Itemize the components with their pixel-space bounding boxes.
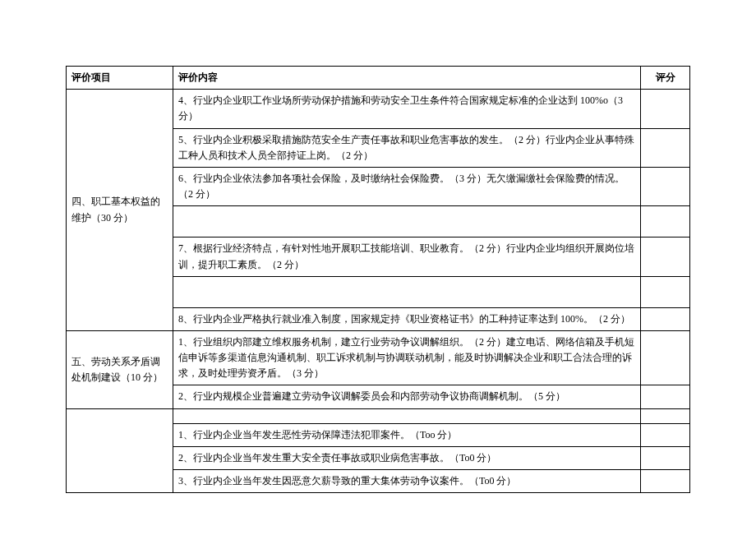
header-content: 评价内容 xyxy=(173,67,641,90)
content-cell: 3、行业内企业当年发生因恶意欠薪导致的重大集体劳动争议案件。（To0 分） xyxy=(173,470,641,493)
content-cell: 1、行业组织内部建立维权服务机制，建立行业劳动争议调解组织。（2 分）建立电话、… xyxy=(173,330,641,385)
table-row: 五、劳动关系矛盾调处机制建设（10 分） 1、行业组织内部建立维权服务机制，建立… xyxy=(67,330,690,385)
score-cell xyxy=(641,167,690,205)
score-cell xyxy=(641,238,690,276)
content-cell-empty xyxy=(173,276,641,307)
content-cell: 7、根据行业经济特点，有针对性地开展职工技能培训、职业教育。（2 分）行业内企业… xyxy=(173,238,641,276)
header-score: 评分 xyxy=(641,67,690,90)
section-name-2 xyxy=(67,408,173,493)
table-row: 四、职工基本权益的维护（30 分） 4、行业内企业职工作业场所劳动保护措施和劳动… xyxy=(67,90,690,128)
score-cell xyxy=(641,408,690,423)
score-cell xyxy=(641,206,690,238)
content-cell: 1、行业内企业当年发生恶性劳动保障违法犯罪案件。（Too 分） xyxy=(173,423,641,446)
table-header-row: 评价项目 评价内容 评分 xyxy=(67,67,690,90)
score-cell xyxy=(641,307,690,330)
content-cell: 2、行业内规模企业普遍建立劳动争议调解委员会和内部劳动争议协商调解机制。（5 分… xyxy=(173,385,641,408)
content-cell: 5、行业内企业积极采取措施防范安全生产责任事故和职业危害事故的发生。（2 分）行… xyxy=(173,128,641,167)
score-cell xyxy=(641,128,690,167)
score-cell xyxy=(641,423,690,446)
content-cell: 8、行业内企业严格执行就业准入制度，国家规定持《职业资格证书》的工种持证率达到 … xyxy=(173,307,641,330)
table-row-spacer xyxy=(67,408,690,423)
score-cell xyxy=(641,276,690,307)
score-cell xyxy=(641,330,690,385)
score-cell xyxy=(641,385,690,408)
content-cell-empty xyxy=(173,408,641,423)
content-cell: 2、行业内企业当年发生重大安全责任事故或职业病危害事故。（To0 分） xyxy=(173,446,641,469)
header-item: 评价项目 xyxy=(67,67,173,90)
score-cell xyxy=(641,470,690,493)
content-cell-empty xyxy=(173,206,641,238)
content-cell: 4、行业内企业职工作业场所劳动保护措施和劳动安全卫生条件符合国家规定标准的企业达… xyxy=(173,90,641,128)
score-cell xyxy=(641,446,690,469)
section-name-1: 五、劳动关系矛盾调处机制建设（10 分） xyxy=(67,330,173,408)
score-cell xyxy=(641,90,690,128)
section-name-0: 四、职工基本权益的维护（30 分） xyxy=(67,90,173,331)
evaluation-table: 评价项目 评价内容 评分 四、职工基本权益的维护（30 分） 4、行业内企业职工… xyxy=(66,66,690,493)
content-cell: 6、行业内企业依法参加各项社会保险，及时缴纳社会保险费。（3 分）无欠缴漏缴社会… xyxy=(173,167,641,205)
